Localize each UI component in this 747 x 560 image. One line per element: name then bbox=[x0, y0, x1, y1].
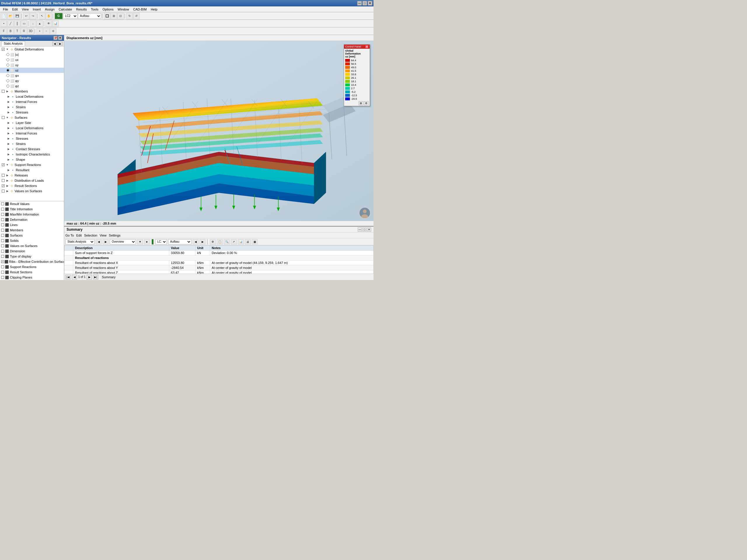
support-button[interactable]: ▲ bbox=[36, 20, 43, 27]
surfaces-shape-expand[interactable]: ▶ bbox=[6, 158, 10, 161]
color-legend-close-button[interactable]: ✕ bbox=[365, 45, 368, 48]
zoom-fit-button[interactable]: ⊡ bbox=[117, 13, 124, 19]
solids-check[interactable] bbox=[1, 239, 4, 242]
new-button[interactable]: 📄 bbox=[1, 13, 7, 19]
menu-insert[interactable]: Insert bbox=[31, 7, 43, 11]
surfaces-layer-expand[interactable]: ▶ bbox=[6, 121, 10, 124]
open-button[interactable]: 📂 bbox=[7, 13, 14, 19]
iso-view[interactable]: 3D bbox=[27, 28, 34, 34]
releases-checkbox[interactable] bbox=[2, 174, 5, 177]
clipping-planes-check[interactable] bbox=[1, 276, 4, 279]
lower-members-check[interactable] bbox=[1, 229, 4, 232]
members-int-forces-expand[interactable]: ▶ bbox=[6, 100, 10, 103]
summary-edit-button[interactable]: Edit bbox=[76, 234, 82, 237]
undo-button[interactable]: ↩ bbox=[23, 13, 29, 19]
sum-action4[interactable]: ↗ bbox=[231, 239, 237, 244]
maximize-button[interactable]: □ bbox=[362, 1, 367, 5]
lc-selector[interactable]: LC2 bbox=[63, 14, 78, 19]
menu-window[interactable]: Window bbox=[116, 7, 131, 11]
result-values-check[interactable] bbox=[1, 203, 4, 205]
menu-tools[interactable]: Tools bbox=[89, 7, 100, 11]
lower-item-solids[interactable]: ⬛ Solids bbox=[0, 238, 64, 243]
tree-item-surfaces-int-forces[interactable]: ▶ ▪ Internal Forces bbox=[0, 131, 64, 136]
lower-item-maxmin-info[interactable]: ⬛ Max/Min Information bbox=[0, 212, 64, 217]
members-expand[interactable]: ▶ bbox=[5, 90, 9, 93]
legend-settings-button[interactable]: ⚙ bbox=[364, 101, 368, 105]
resultant-expand[interactable]: ▶ bbox=[6, 168, 10, 171]
summary-minimize-button[interactable]: — bbox=[358, 228, 362, 232]
summary-view-button[interactable]: View bbox=[100, 234, 106, 237]
surfaces-expand[interactable]: ▼ bbox=[5, 116, 9, 119]
summary-next-button[interactable]: ▶ bbox=[103, 239, 108, 244]
global-deformations-expand[interactable]: ▼ bbox=[5, 48, 9, 51]
menu-view[interactable]: View bbox=[20, 7, 31, 11]
tree-item-surfaces-local-def[interactable]: ▶ ▪ Local Deformations bbox=[0, 126, 64, 131]
legend-expand-button[interactable]: ⊞ bbox=[359, 101, 363, 105]
render-button[interactable]: 🔲 bbox=[104, 13, 110, 19]
tab-static-analysis[interactable]: Static Analysis bbox=[1, 41, 25, 46]
tree-item-surfaces-layer[interactable]: ▶ ▪ Layer Side bbox=[0, 120, 64, 126]
title-info-check[interactable] bbox=[1, 208, 4, 211]
tree-item-surfaces-stresses[interactable]: ▶ ▪ Stresses bbox=[0, 136, 64, 141]
support-reactions-checkbox[interactable]: ✓ bbox=[2, 163, 5, 166]
distribution-loads-checkbox[interactable] bbox=[2, 179, 5, 182]
summary-lc-next[interactable]: ▶ bbox=[200, 239, 205, 244]
node-button[interactable]: • bbox=[1, 20, 7, 27]
tree-item-uy[interactable]: ⬜ uy bbox=[0, 62, 64, 68]
tree-item-surfaces[interactable]: ▼ ⊹ Surfaces bbox=[0, 115, 64, 120]
tree-item-global-deformations[interactable]: ✓ ▼ ⊹ Global Deformations bbox=[0, 47, 64, 52]
tree-item-members-strains[interactable]: ▶ ▪ Strains bbox=[0, 104, 64, 110]
lower-item-deformation[interactable]: ⬛ Deformation bbox=[0, 217, 64, 222]
radio-phix[interactable] bbox=[6, 74, 9, 77]
surfaces-stresses-expand[interactable]: ▶ bbox=[6, 137, 10, 140]
summary-prev-button[interactable]: ◀ bbox=[96, 239, 102, 244]
menu-cad-bim[interactable]: CAD-BIM bbox=[131, 7, 148, 11]
display-button[interactable]: 👁 bbox=[46, 20, 52, 27]
zoom-in[interactable]: + bbox=[36, 28, 43, 34]
lower-item-members[interactable]: ⬛ Members bbox=[0, 228, 64, 233]
menu-file[interactable]: File bbox=[1, 7, 10, 11]
lower-item-type-display[interactable]: ⬛ Type of display bbox=[0, 254, 64, 259]
zoom-out[interactable]: − bbox=[43, 28, 50, 34]
page-last-button[interactable]: ▶| bbox=[93, 275, 98, 279]
tree-item-phiz[interactable]: ⬜ φz bbox=[0, 83, 64, 89]
front-view[interactable]: F bbox=[1, 28, 7, 34]
save-button[interactable]: 💾 bbox=[14, 13, 20, 19]
result-button[interactable]: 📊 bbox=[52, 20, 59, 27]
page-first-button[interactable]: |◀ bbox=[66, 275, 71, 279]
load-button[interactable]: ↓ bbox=[30, 20, 36, 27]
lower-item-result-sections[interactable]: ⬛ Result Sections bbox=[0, 269, 64, 275]
lower-item-surfaces[interactable]: ⬛ Surfaces bbox=[0, 233, 64, 238]
radio-uy[interactable] bbox=[6, 63, 9, 66]
nav-next[interactable]: ▶ bbox=[58, 42, 63, 46]
maxmin-info-check[interactable] bbox=[1, 213, 4, 216]
tree-item-members-int-forces[interactable]: ▶ ▪ Internal Forces bbox=[0, 99, 64, 104]
lower-item-ribs[interactable]: ✓ ⬛ Ribs - Effective Contribution on Sur… bbox=[0, 259, 64, 264]
menu-options[interactable]: Options bbox=[101, 7, 115, 11]
global-deformations-checkbox[interactable]: ✓ bbox=[2, 48, 5, 51]
lower-item-dimension[interactable]: ⬛ Dimension bbox=[0, 248, 64, 254]
sum-action2[interactable]: 📋 bbox=[217, 239, 223, 244]
lower-item-lines[interactable]: ⬛ Lines bbox=[0, 222, 64, 228]
surfaces-contact-expand[interactable]: ▶ bbox=[6, 148, 10, 151]
tree-item-releases[interactable]: ▶ ⊹ Releases bbox=[0, 173, 64, 178]
summary-selection-button[interactable]: Selection bbox=[84, 234, 97, 237]
sum-action1[interactable]: ⚙ bbox=[210, 239, 216, 244]
lower-values-surfaces-check[interactable] bbox=[1, 244, 4, 247]
load-case-selector[interactable]: Aufbau bbox=[78, 14, 101, 19]
values-surfaces-expand[interactable]: ▶ bbox=[5, 190, 9, 192]
type-display-check[interactable] bbox=[1, 255, 4, 258]
radio-phiy[interactable] bbox=[6, 79, 9, 82]
tree-item-support-reactions[interactable]: ✓ ▼ ⊹ Support Reactions bbox=[0, 162, 64, 167]
members-checkbox[interactable] bbox=[2, 90, 5, 93]
result-sections-checkbox[interactable]: ✓ bbox=[2, 184, 5, 187]
deformation-check[interactable] bbox=[1, 218, 4, 221]
page-prev-button[interactable]: ◀ bbox=[72, 275, 77, 279]
summary-lc-selector[interactable]: LC2 bbox=[155, 239, 167, 244]
lower-surfaces-check[interactable] bbox=[1, 234, 4, 237]
menu-edit[interactable]: Edit bbox=[10, 7, 20, 11]
pan[interactable]: ✢ bbox=[50, 28, 56, 34]
select-button[interactable]: ↖ bbox=[39, 13, 45, 19]
sum-action5[interactable]: 📊 bbox=[238, 239, 243, 244]
lower-item-result-values[interactable]: ⬛ Result Values bbox=[0, 201, 64, 207]
